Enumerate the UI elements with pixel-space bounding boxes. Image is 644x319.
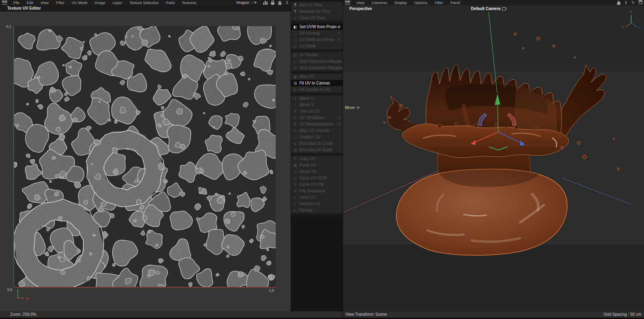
- vp-menu-view[interactable]: View: [353, 0, 368, 5]
- hamburger-icon[interactable]: [345, 1, 350, 4]
- gear-icon[interactable]: ⚙: [336, 25, 341, 29]
- cmd-label: Reset UV: [299, 169, 343, 174]
- cmd-mirror-v[interactable]: =Mirror V: [291, 102, 343, 108]
- hand-icon[interactable]: [277, 0, 283, 5]
- cmd-set-uvw-from-projection[interactable]: ◧Set UVW from Projection⚙: [291, 24, 343, 30]
- dolly-icon[interactable]: ↕: [623, 0, 629, 5]
- cmd-uv-rectangularize[interactable]: ⊞UV Rectangularize⚙: [291, 121, 343, 128]
- chevron-down-icon: ▼: [254, 1, 256, 4]
- cmd-reset-uv[interactable]: ↺Reset UV: [291, 169, 343, 175]
- uv-editor-canvas-area[interactable]: 0,1 0,0 1,0 U: [0, 12, 291, 311]
- cmd-uv-peeler[interactable]: ▤UV Peeler: [291, 52, 343, 58]
- cmd-label: Stop Interactive Mapping: [299, 66, 343, 70]
- cmd-label: Cycle UV CCW: [299, 176, 343, 180]
- cmd-remap[interactable]: ↦Remap...: [291, 207, 343, 214]
- cmd-fit-canvas-to-uv[interactable]: ⊟Fit Canvas to UV: [291, 86, 343, 93]
- menu-edit[interactable]: Edit: [23, 0, 37, 5]
- viewport-canvas[interactable]: [343, 5, 644, 311]
- cmd-fit-uv-to-canvas[interactable]: ⊡Fit UV to Canvas: [291, 80, 343, 86]
- camera-label-text: Default Camera: [471, 6, 500, 11]
- align-islands-icon: ◎: [293, 129, 298, 133]
- menu-uv-mesh[interactable]: UV Mesh: [68, 0, 91, 5]
- cmd-label: Restore UV: [299, 202, 343, 206]
- cmd-boundary-to-circle[interactable]: ⊕Boundary to Circle: [291, 140, 343, 147]
- menu-view[interactable]: View: [37, 0, 52, 5]
- mirror-u-icon: ∥: [293, 97, 298, 101]
- gizmo-z-label: Z: [639, 26, 641, 29]
- cmd-uv-unwrap[interactable]: ▱UV Unwrap⚙: [291, 30, 343, 37]
- zoom-status: Zoom: 259.0%: [0, 311, 343, 318]
- cmd-label: UV Weld and Relax: [299, 37, 336, 42]
- projection-label[interactable]: Perspective: [349, 6, 372, 11]
- cmd-flip-sequence[interactable]: ⇅Flip Sequence: [291, 188, 343, 194]
- project-dropdown[interactable]: Project ▼: [235, 0, 258, 5]
- cmd-boundary-to-quad[interactable]: ⊠Boundary to Quad: [291, 147, 343, 153]
- uv-texture-canvas[interactable]: [14, 26, 276, 287]
- cmd-unstitch-uv[interactable]: ▢Unstitch UV: [291, 134, 343, 140]
- cmd-label: Copy UV: [299, 156, 343, 161]
- lock-icon[interactable]: [270, 0, 275, 5]
- cmd-uv-weld[interactable]: ◫UV Weld: [291, 43, 343, 49]
- cmd-stop-interactive-mapping[interactable]: ⊘Stop Interactive Mapping: [291, 65, 343, 71]
- chocolate-splash-object[interactable]: [384, 33, 619, 255]
- menu-paint[interactable]: Paint: [162, 0, 178, 5]
- vp-menu-filter[interactable]: Filter: [431, 0, 447, 5]
- menu-filter[interactable]: Filter: [52, 0, 68, 5]
- menu-image[interactable]: Image: [91, 0, 109, 5]
- gear-icon[interactable]: ⚙: [336, 122, 341, 126]
- vp-menu-options[interactable]: Options: [411, 0, 431, 5]
- orbit-icon[interactable]: ↻: [630, 0, 636, 5]
- gear-icon[interactable]: ⚙: [336, 31, 341, 35]
- menu-textures[interactable]: Textures: [178, 0, 200, 5]
- gizmo-y-label: Y: [630, 10, 632, 14]
- cmd-add-uv-pins[interactable]: Add UV Pins: [291, 2, 343, 8]
- cmd-label: UV Rectangularize: [299, 122, 336, 126]
- dolly-icon[interactable]: ↕: [284, 0, 290, 5]
- cmd-start-interactive-mapping[interactable]: ▷Start Interactive Mapping: [291, 58, 343, 65]
- orientation-axis-gizmo[interactable]: Y X Z: [621, 8, 642, 29]
- cmd-restore-uv[interactable]: ↑Restore UV: [291, 201, 343, 207]
- cmd-mirror-u[interactable]: ∥Mirror U: [291, 95, 343, 102]
- cmd-cycle-uv-ccw[interactable]: ↺Cycle UV CCW: [291, 175, 343, 181]
- fit-canvas-icon: ⊟: [293, 88, 298, 92]
- uv-editor-title: Texture UV Editor: [0, 5, 291, 12]
- store-icon: ↓: [293, 196, 298, 200]
- menu-layer[interactable]: Layer: [109, 0, 126, 5]
- vp-menu-cameras[interactable]: Cameras: [368, 0, 391, 5]
- camera-label[interactable]: Default Camera: [471, 6, 506, 11]
- cmd-label: UV Unwrap: [299, 31, 336, 35]
- histogram-icon[interactable]: [262, 1, 268, 5]
- vp-menu-panel[interactable]: Panel: [447, 0, 464, 5]
- cmd-max-uv[interactable]: ▣Max UV: [291, 74, 343, 80]
- cmd-label: Align UV Islands: [299, 128, 343, 133]
- gear-icon[interactable]: ⚙: [336, 38, 341, 42]
- camera-switch-icon[interactable]: [502, 7, 506, 10]
- hand-icon[interactable]: [616, 0, 621, 5]
- play-icon: ▷: [293, 60, 298, 64]
- menu-file[interactable]: File: [10, 0, 23, 5]
- vp-menu-display[interactable]: Display: [391, 0, 411, 5]
- cmd-copy-uv[interactable]: ⧉Copy UV: [291, 156, 343, 162]
- stop-icon: ⊘: [293, 66, 298, 70]
- hamburger-icon[interactable]: [2, 1, 7, 4]
- restore-icon: ↑: [293, 202, 298, 206]
- cycle-ccw-icon: ↺: [293, 176, 298, 180]
- menu-texture-selection[interactable]: Texture Selection: [126, 0, 162, 5]
- cmd-cycle-uv-cw[interactable]: ↻Cycle UV CW: [291, 181, 343, 188]
- cmd-line-up-uv[interactable]: #Line Up UV: [291, 108, 343, 115]
- copy-icon: ⧉: [293, 156, 298, 161]
- maximize-icon[interactable]: [638, 0, 643, 5]
- flip-sequence-icon: ⇅: [293, 189, 298, 193]
- cmd-paste-uv[interactable]: ▦Paste UV: [291, 162, 343, 169]
- cmd-align-uv-islands[interactable]: ◎Align UV Islands: [291, 128, 343, 134]
- cmd-label: Mirror V: [299, 103, 343, 107]
- cmd-uv-weld-and-relax[interactable]: ▭UV Weld and Relax⚙: [291, 37, 343, 43]
- cmd-clear-uv-pins[interactable]: ×Clear UV Pins: [291, 15, 343, 21]
- cmd-remove-uv-pins[interactable]: Remove UV Pins: [291, 8, 343, 15]
- perspective-viewport[interactable]: Perspective Default Camera Move Y X Z: [343, 5, 644, 311]
- gear-icon[interactable]: ⚙: [336, 116, 341, 120]
- boundary-circle-icon: ⊕: [293, 142, 298, 146]
- cmd-uv-straighten[interactable]: ≡UV Straighten⚙: [291, 115, 343, 121]
- cmd-label: Paste UV: [299, 163, 343, 167]
- cmd-store-uv[interactable]: ↓Store UV: [291, 194, 343, 201]
